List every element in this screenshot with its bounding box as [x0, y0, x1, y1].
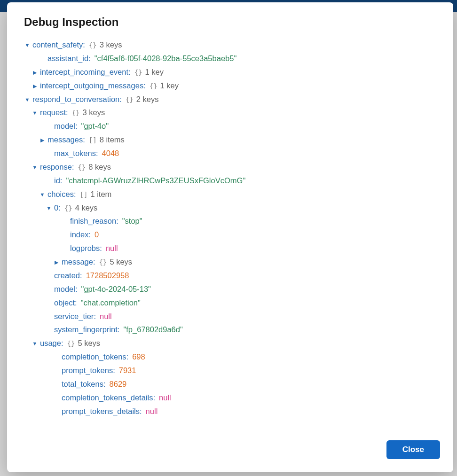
tree-summary: 5 keys [78, 336, 100, 350]
tree-key: logprobs [70, 242, 100, 255]
tree-node-max-tokens[interactable]: ▶ max_tokens: 4048 [46, 147, 436, 160]
tree-node-choice-0[interactable]: ▼ 0: {} 4 keys [46, 201, 436, 215]
tree-node-completion-tokens-details[interactable]: ▶ completion_tokens_details: null [53, 391, 436, 405]
tree-node-message[interactable]: ▶ message: {} 5 keys [53, 255, 436, 269]
tree-key: completion_tokens [62, 350, 126, 364]
tree-summary: 3 keys [100, 38, 122, 52]
tree-key: completion_tokens_details [62, 391, 153, 405]
tree-node-prompt-tokens-details[interactable]: ▶ prompt_tokens_details: null [53, 405, 436, 418]
tree-key: model [54, 119, 75, 133]
modal-body: ▼ content_safety: {} 3 keys ▶ assistant_… [7, 34, 453, 433]
tree-value: "chatcmpl-AGWruzZlHRCwPs3ZEUSxFGloVcOmG" [66, 174, 245, 187]
caret-down-icon[interactable]: ▼ [32, 109, 38, 117]
tree-key: index [70, 228, 88, 242]
object-badge: {} [150, 80, 158, 92]
tree-key: finish_reason [70, 214, 116, 228]
caret-down-icon[interactable]: ▼ [32, 339, 38, 348]
modal-header: Debug Inspection [7, 2, 453, 34]
object-badge: {} [89, 39, 97, 51]
caret-down-icon[interactable]: ▼ [39, 190, 46, 199]
tree-value: null [159, 391, 171, 405]
tree-summary: 1 key [160, 79, 179, 93]
caret-right-icon[interactable]: ▶ [32, 82, 38, 91]
tree-key: choices [47, 187, 74, 201]
tree-node-response-id[interactable]: ▶ id: "chatcmpl-AGWruzZlHRCwPs3ZEUSxFGlo… [46, 174, 436, 187]
tree-node-service-tier[interactable]: ▶ service_tier: null [46, 310, 436, 323]
tree-node-usage[interactable]: ▼ usage: {} 5 keys [32, 336, 436, 350]
tree-key: message [62, 255, 93, 269]
tree-summary: 8 items [100, 133, 125, 147]
debug-inspection-modal: Debug Inspection ▼ content_safety: {} 3 … [7, 2, 453, 472]
object-badge: {} [72, 107, 80, 119]
tree-summary: 2 keys [136, 93, 159, 106]
tree-key: id [54, 174, 60, 187]
caret-down-icon[interactable]: ▼ [24, 95, 31, 104]
tree-key: total_tokens [62, 377, 103, 391]
tree-node-logprobs[interactable]: ▶ logprobs: null [62, 242, 436, 255]
object-badge: {} [67, 338, 75, 350]
caret-down-icon[interactable]: ▼ [46, 204, 52, 213]
tree-node-intercept-outgoing-messages[interactable]: ▶ intercept_outgoing_messages: {} 1 key [32, 79, 436, 93]
tree-node-system-fingerprint[interactable]: ▶ system_fingerprint: "fp_67802d9a6d" [46, 323, 436, 336]
tree-value: 698 [132, 350, 145, 364]
tree-node-created[interactable]: ▶ created: 1728502958 [46, 269, 436, 282]
tree-node-content-safety[interactable]: ▼ content_safety: {} 3 keys [24, 38, 436, 52]
tree-key: intercept_outgoing_messages [40, 79, 143, 93]
tree-key: prompt_tokens [62, 364, 113, 377]
object-badge: {} [134, 67, 142, 78]
tree-key: system_fingerprint [54, 323, 118, 336]
tree-value: 1728502958 [86, 269, 129, 282]
tree-summary: 8 keys [88, 160, 111, 174]
tree-node-respond-to-conversation[interactable]: ▼ respond_to_conversation: {} 2 keys [24, 93, 436, 106]
tree-node-prompt-tokens[interactable]: ▶ prompt_tokens: 7931 [53, 364, 436, 377]
caret-down-icon[interactable]: ▼ [32, 163, 38, 172]
tree-key: max_tokens [54, 147, 96, 160]
tree-node-request-model[interactable]: ▶ model: "gpt-4o" [46, 119, 436, 133]
tree-summary: 3 keys [83, 106, 105, 119]
object-badge: {} [64, 203, 72, 214]
tree-value: "fp_67802d9a6d" [123, 323, 182, 336]
tree-node-choices[interactable]: ▼ choices: [] 1 item [39, 187, 436, 201]
tree-value: "chat.completion" [81, 296, 141, 310]
caret-down-icon[interactable]: ▼ [24, 41, 31, 50]
caret-right-icon[interactable]: ▶ [32, 68, 38, 77]
tree-key: service_tier [54, 310, 94, 323]
tree-node-assistant-id[interactable]: ▶ assistant_id: "cf4f5af6-f05f-4028-92ba… [39, 52, 436, 65]
modal-footer: Close [7, 433, 453, 472]
tree-value: "cf4f5af6-f05f-4028-92ba-55ce3a5baeb5" [95, 52, 237, 65]
tree-node-messages[interactable]: ▶ messages: [] 8 items [39, 133, 436, 147]
tree-key: object [54, 296, 75, 310]
tree-node-intercept-incoming-event[interactable]: ▶ intercept_incoming_event: {} 1 key [32, 65, 436, 79]
tree-key: model [54, 282, 75, 296]
tree-key: respond_to_conversation [32, 93, 119, 106]
tree-value: "stop" [122, 214, 142, 228]
tree-value: "gpt-4o-2024-05-13" [81, 282, 151, 296]
tree-value: "gpt-4o" [81, 119, 109, 133]
modal-title: Debug Inspection [24, 16, 436, 29]
close-button[interactable]: Close [386, 440, 440, 459]
object-badge: {} [99, 257, 107, 268]
tree-value: 4048 [102, 147, 119, 160]
tree-key: request [40, 106, 66, 119]
tree-value: null [100, 310, 112, 323]
tree-key: 0 [54, 201, 58, 215]
object-badge: {} [126, 94, 134, 106]
tree-key: intercept_incoming_event [40, 65, 128, 79]
tree-node-response-model[interactable]: ▶ model: "gpt-4o-2024-05-13" [46, 282, 436, 296]
tree-key: created [54, 269, 80, 282]
tree-node-total-tokens[interactable]: ▶ total_tokens: 8629 [53, 377, 436, 391]
tree-node-response[interactable]: ▼ response: {} 8 keys [32, 160, 436, 174]
tree-node-finish-reason[interactable]: ▶ finish_reason: "stop" [62, 214, 436, 228]
tree-value: null [106, 242, 118, 255]
tree-summary: 4 keys [75, 201, 98, 215]
tree-key: response [40, 160, 72, 174]
tree-node-object[interactable]: ▶ object: "chat.completion" [46, 296, 436, 310]
tree-node-completion-tokens[interactable]: ▶ completion_tokens: 698 [53, 350, 436, 364]
caret-right-icon[interactable]: ▶ [53, 258, 60, 267]
tree-node-index[interactable]: ▶ index: 0 [62, 228, 436, 242]
tree-node-request[interactable]: ▼ request: {} 3 keys [32, 106, 436, 119]
tree-key: prompt_tokens_details [62, 405, 140, 418]
caret-right-icon[interactable]: ▶ [39, 136, 46, 145]
tree-summary: 1 item [90, 187, 111, 201]
object-badge: {} [78, 162, 86, 173]
